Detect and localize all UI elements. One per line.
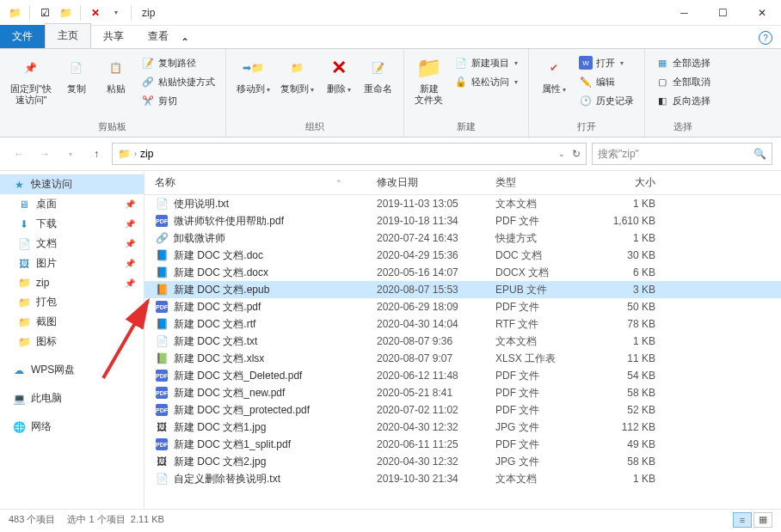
view-icons-button[interactable]: ▦ — [753, 512, 772, 528]
sidebar-desktop[interactable]: 🖥桌面📌 — [0, 194, 144, 214]
invert-selection-button[interactable]: ◧反向选择 — [652, 92, 714, 109]
file-date: 2020-05-16 14:07 — [377, 266, 495, 278]
file-row[interactable]: 🔗卸载微讲师 2020-07-24 16:43 快捷方式 1 KB — [145, 229, 781, 247]
sidebar-pack[interactable]: 📁打包 — [0, 292, 144, 312]
copy-path-button[interactable]: 📝复制路径 — [138, 54, 218, 71]
tab-share[interactable]: 共享 — [91, 25, 136, 48]
edit-button[interactable]: ✏️编辑 — [575, 73, 637, 90]
qat-folder[interactable]: 📁 — [56, 3, 75, 22]
history-button[interactable]: 🕑历史记录 — [575, 92, 637, 109]
move-to-button[interactable]: ➡📁 移动到▾ — [233, 52, 274, 119]
column-date[interactable]: 修改日期 — [377, 175, 495, 190]
path-icon: 📝 — [141, 56, 155, 70]
file-row[interactable]: 🖼新建 DOC 文档2.jpg 2020-04-30 12:32 JPG 文件 … — [145, 453, 781, 470]
search-icon[interactable]: 🔍 — [753, 148, 766, 160]
copy-to-button[interactable]: 📁 复制到▾ — [277, 52, 317, 119]
cut-button[interactable]: ✂️剪切 — [138, 92, 218, 109]
file-type: 文本文档 — [495, 334, 595, 349]
file-row[interactable]: 📘新建 DOC 文档.rtf 2020-04-30 14:04 RTF 文件 7… — [145, 315, 781, 333]
copy-button[interactable]: 📄 复制 — [58, 52, 95, 119]
column-type[interactable]: 类型 — [495, 175, 595, 190]
file-row[interactable]: 📙新建 DOC 文档.epub 2020-08-07 15:53 EPUB 文件… — [145, 281, 781, 298]
close-button[interactable]: ✕ — [742, 0, 781, 26]
file-row[interactable]: 📄使用说明.txt 2019-11-03 13:05 文本文档 1 KB — [145, 195, 781, 212]
properties-button[interactable]: ✔ 属性▾ — [536, 52, 572, 119]
nav-back-button[interactable]: ← — [9, 144, 29, 164]
easy-access-button[interactable]: 🔓轻松访问▾ — [451, 73, 521, 90]
file-type: PDF 文件 — [495, 214, 595, 229]
file-date: 2020-04-30 12:32 — [377, 456, 495, 468]
address-dropdown[interactable]: ⌄ — [558, 150, 565, 158]
folder-icon: 📁 — [17, 276, 31, 290]
tab-file[interactable]: 文件 — [0, 25, 45, 48]
sidebar-pictures[interactable]: 🖼图片📌 — [0, 254, 144, 273]
file-size: 58 KB — [595, 456, 664, 468]
file-row[interactable]: PDF新建 DOC 文档_new.pdf 2020-05-21 8:41 PDF… — [145, 384, 781, 401]
sidebar-documents[interactable]: 📄文档📌 — [0, 234, 144, 254]
file-name: 新建 DOC 文档.pdf — [174, 300, 261, 315]
column-size[interactable]: 大小 — [595, 175, 664, 190]
maximize-button[interactable]: ☐ — [704, 0, 742, 26]
file-row[interactable]: 📄自定义删除替换说明.txt 2019-10-30 21:34 文本文档 1 K… — [145, 470, 781, 487]
help-icon[interactable]: ? — [759, 31, 772, 45]
sidebar-quick-access[interactable]: ★快速访问 — [0, 174, 144, 194]
file-row[interactable]: 📘新建 DOC 文档.docx 2020-05-16 14:07 DOCX 文档… — [145, 264, 781, 281]
pdf-icon: PDF — [156, 404, 168, 416]
file-size: 1 KB — [595, 473, 664, 485]
select-none-button[interactable]: ▢全部取消 — [652, 73, 714, 90]
paste-button[interactable]: 📋 粘贴 — [98, 52, 134, 119]
file-row[interactable]: PDF微讲师软件使用帮助.pdf 2019-10-18 11:34 PDF 文件… — [145, 212, 781, 229]
file-type: JPG 文件 — [495, 455, 595, 469]
nav-forward-button[interactable]: → — [34, 144, 55, 164]
address-bar[interactable]: 📁 › zip ⌄ ↻ — [112, 143, 587, 165]
paste-shortcut-button[interactable]: 🔗粘贴快捷方式 — [138, 73, 218, 90]
column-name[interactable]: 名称⌃ — [155, 175, 377, 190]
file-row[interactable]: 📗新建 DOC 文档.xlsx 2020-08-07 9:07 XLSX 工作表… — [145, 350, 781, 367]
tab-home[interactable]: 主页 — [45, 23, 91, 48]
qat-checkbox[interactable]: ☑ — [35, 3, 54, 22]
qat-dropdown[interactable]: ▾ — [107, 3, 126, 22]
tab-view[interactable]: 查看 — [136, 25, 181, 48]
file-row[interactable]: PDF新建 DOC 文档_Deleted.pdf 2020-06-12 11:4… — [145, 367, 781, 384]
folder-icon: 📁 — [5, 3, 24, 22]
pdf-icon: PDF — [156, 370, 168, 382]
new-item-button[interactable]: 📄新建项目▾ — [451, 54, 521, 71]
delete-button[interactable]: ✕ 删除▾ — [321, 52, 357, 119]
breadcrumb[interactable]: zip — [140, 148, 153, 160]
sidebar-zip[interactable]: 📁zip📌 — [0, 273, 144, 292]
file-row[interactable]: PDF新建 DOC 文档1_split.pdf 2020-06-11 11:25… — [145, 436, 781, 453]
pdf-icon: PDF — [156, 438, 168, 450]
file-row[interactable]: PDF新建 DOC 文档.pdf 2020-06-29 18:09 PDF 文件… — [145, 298, 781, 315]
file-row[interactable]: 📄新建 DOC 文档.txt 2020-08-07 9:36 文本文档 1 KB — [145, 333, 781, 350]
search-input[interactable]: 搜索"zip" 🔍 — [592, 143, 772, 165]
file-name: 新建 DOC 文档_Deleted.pdf — [174, 369, 302, 383]
sidebar-wps[interactable]: ☁WPS网盘 — [0, 360, 144, 380]
sidebar-downloads[interactable]: ⬇下载📌 — [0, 214, 144, 234]
nav-recent-button[interactable]: ▾ — [60, 144, 81, 164]
rename-button[interactable]: 📝 重命名 — [360, 52, 397, 119]
file-row[interactable]: 📘新建 DOC 文档.doc 2020-04-29 15:36 DOC 文档 3… — [145, 247, 781, 264]
sidebar-thispc[interactable]: 💻此电脑 — [0, 388, 144, 408]
pin-to-quick-access-button[interactable]: 📌 固定到"快 速访问" — [7, 52, 55, 119]
sidebar-screenshot[interactable]: 📁截图 — [0, 312, 144, 332]
file-name: 新建 DOC 文档.epub — [174, 283, 269, 297]
sidebar-icons[interactable]: 📁图标 — [0, 332, 144, 352]
new-folder-icon: 📁 — [415, 54, 443, 82]
scissors-icon: ✂️ — [141, 94, 155, 107]
edit-icon: ✏️ — [579, 75, 593, 89]
file-row[interactable]: 🖼新建 DOC 文档1.jpg 2020-04-30 12:32 JPG 文件 … — [145, 419, 781, 436]
view-details-button[interactable]: ≡ — [733, 512, 752, 528]
open-button[interactable]: W打开▾ — [575, 54, 637, 71]
new-folder-button[interactable]: 📁 新建 文件夹 — [411, 52, 447, 119]
sidebar-network[interactable]: 🌐网络 — [0, 417, 144, 437]
invert-icon: ◧ — [655, 94, 669, 107]
file-size: 30 KB — [595, 249, 664, 261]
refresh-button[interactable]: ↻ — [572, 148, 581, 160]
qat-delete[interactable]: ✕ — [86, 3, 105, 22]
collapse-ribbon-button[interactable]: ⌃ — [181, 36, 189, 48]
minimize-button[interactable]: ─ — [665, 0, 704, 26]
nav-up-button[interactable]: ↑ — [86, 144, 107, 164]
file-row[interactable]: PDF新建 DOC 文档_protected.pdf 2020-07-02 11… — [145, 401, 781, 419]
select-all-button[interactable]: ▦全部选择 — [652, 54, 714, 71]
cloud-icon: ☁ — [12, 364, 26, 377]
